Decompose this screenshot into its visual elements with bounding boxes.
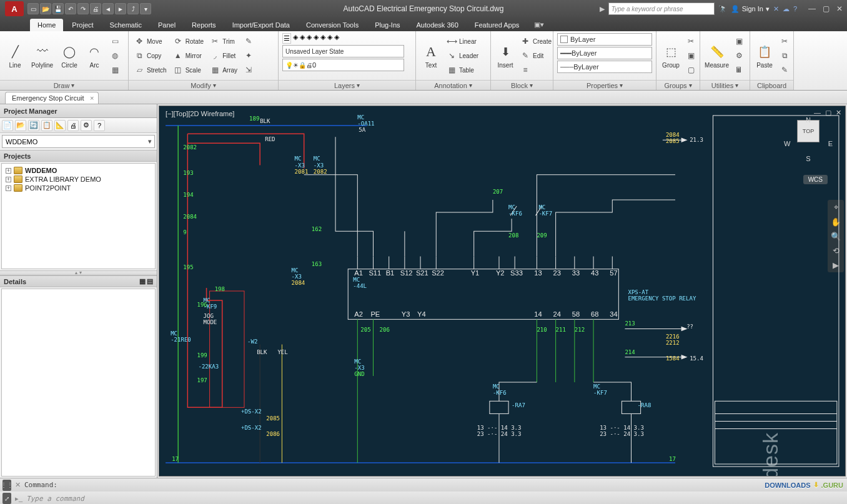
text-button[interactable]: AText [420,42,442,70]
cmd-grip-icon[interactable]: ⤢ [2,493,11,504]
lineweight-dropdown[interactable]: ━━━ ByLayer [557,47,652,59]
minimize-button[interactable]: — [806,4,818,14]
tab-import-export[interactable]: Import/Export Data [225,19,297,31]
select-all-button[interactable]: ▣ [732,34,746,48]
pm-details-header[interactable]: Details▦▤ [0,275,157,287]
group-button[interactable]: ⬚Group [660,42,681,70]
edit-block-button[interactable]: ✎Edit [518,49,553,62]
maximize-button[interactable]: ▢ [820,4,832,14]
open-icon[interactable]: 📂 [40,3,51,14]
binoculars-icon[interactable]: 🔭 [718,5,727,13]
cmd-recent-icon[interactable]: ▸_ [15,495,22,503]
cut-button[interactable]: ✂ [778,34,791,48]
scale-button[interactable]: ◫Scale [171,63,206,77]
details-view1-icon[interactable]: ▦ [139,277,146,285]
copy-clip-button[interactable]: ⧉ [778,49,791,62]
tab-conversion[interactable]: Conversion Tools [299,19,366,31]
layer-icon[interactable]: ◈ [314,33,319,44]
panel-block-label[interactable]: Block ▾ [491,80,553,90]
erase-button[interactable]: ✎ [242,34,255,48]
document-tab[interactable]: Emergency Stop Circuit [5,92,99,104]
qat-dropdown-icon[interactable]: ▾ [140,3,151,14]
ungroup-button[interactable]: ✂ [684,34,698,48]
ellipse-button[interactable]: ◍ [108,49,122,62]
paste-button[interactable]: 📋Paste [754,42,775,70]
pm-project-combo[interactable]: WDDEMO [2,135,155,148]
cloud-icon[interactable]: ☁ [783,5,790,13]
save-icon[interactable]: 💾 [52,3,64,14]
pm-project-icon[interactable]: 📋 [41,120,52,131]
layer-icon[interactable]: ◈ [300,33,305,44]
help-icon[interactable]: ? [793,5,797,12]
tree-item[interactable]: +WDDEMO [4,166,152,175]
new-icon[interactable]: ▭ [27,3,39,14]
tab-schematic[interactable]: Schematic [102,19,149,31]
explode-button[interactable]: ✦ [242,49,255,62]
tree-item[interactable]: +POINT2POINT [4,184,152,192]
linetype-dropdown[interactable]: ─── ByLayer [557,61,652,73]
panel-utilities-label[interactable]: Utilities ▾ [700,80,750,90]
pm-publish-icon[interactable]: 🖨 [67,120,79,131]
line-button[interactable]: ╱Line [4,42,26,70]
panel-annotation-label[interactable]: Annotation ▾ [416,80,490,90]
layer-icon[interactable]: ◈ [320,33,325,44]
app-logo[interactable]: A [5,1,24,16]
measure-button[interactable]: 📏Measure [704,42,730,70]
calc-button[interactable]: 🖩 [732,63,746,77]
move-button[interactable]: ✥Move [132,34,169,48]
create-block-button[interactable]: ✚Create [518,34,553,48]
tab-reports[interactable]: Reports [184,19,224,31]
block-attr-button[interactable]: ≡ [518,63,553,77]
next-icon[interactable]: ► [115,3,126,14]
quick-select-button[interactable]: ⚙ [732,49,746,62]
group-bb-button[interactable]: ▢ [684,63,698,77]
close-button[interactable]: ✕ [833,4,846,14]
match-button[interactable]: ✎ [778,63,791,77]
rotate-button[interactable]: ⟳Rotate [171,34,206,48]
linear-dim-button[interactable]: ⟷Linear [445,34,480,48]
layer-icon[interactable]: ◈ [327,33,332,44]
tab-featured-apps[interactable]: Featured Apps [467,19,527,31]
pm-refresh-icon[interactable]: 🔄 [28,120,39,131]
table-button[interactable]: ▦Table [445,63,480,77]
panel-modify-label[interactable]: Modify ▾ [129,80,278,90]
panel-draw-label[interactable]: Draw ▾ [0,80,128,90]
pm-tree[interactable]: +WDDEMO +EXTRA LIBRARY DEMO +POINT2POINT [1,163,156,269]
pm-drawing-icon[interactable]: 📐 [54,120,66,131]
panel-properties-label[interactable]: Properties ▾ [553,80,656,90]
rectangle-button[interactable]: ▭ [108,34,122,48]
undo-icon[interactable]: ↶ [65,3,76,14]
offset-button[interactable]: ⇲ [242,63,255,77]
copy-button[interactable]: ⧉Copy [132,49,169,62]
fillet-button[interactable]: ◞Fillet [208,49,239,62]
details-view2-icon[interactable]: ▤ [147,277,153,285]
tab-a360[interactable]: Autodesk 360 [409,19,466,31]
stretch-button[interactable]: ▱Stretch [132,63,169,77]
color-dropdown[interactable]: ByLayer [557,33,652,46]
cmd-close-icon[interactable]: ✕ [15,481,21,489]
search-play-icon[interactable]: ▶ [600,5,605,13]
leader-button[interactable]: ↘Leader [445,49,480,62]
layer-icon[interactable]: ◈ [293,33,298,44]
signin-button[interactable]: 👤 Sign In ▾ [731,5,770,13]
hatch-button[interactable]: ▦ [108,63,122,77]
help-search-input[interactable]: Type a keyword or phrase [608,2,715,15]
pm-settings-icon[interactable]: ⚙ [81,120,92,131]
trim-button[interactable]: ✂Trim [208,34,239,48]
layer-icon[interactable]: ◈ [307,33,312,44]
arc-button[interactable]: ◠Arc [83,42,106,70]
pm-projects-header[interactable]: Projects [0,150,157,162]
ribbon-overflow-icon[interactable]: ▣▾ [528,18,550,31]
tab-home[interactable]: Home [30,19,63,31]
exchange-icon[interactable]: ✕ [773,5,779,13]
redo-icon[interactable]: ↷ [77,3,89,14]
current-layer-dropdown[interactable]: 💡☀🔒🖨 0 [282,59,404,71]
panel-groups-label[interactable]: Groups ▾ [656,80,700,90]
drawing-canvas[interactable]: [−][Top][2D Wireframe] — ▢ ✕ N W TOP E S… [159,106,846,477]
polyline-button[interactable]: 〰Polyline [29,42,56,70]
tree-item[interactable]: +EXTRA LIBRARY DEMO [4,175,152,184]
tab-plugins[interactable]: Plug-Ins [367,19,407,31]
group-edit-button[interactable]: ▣ [684,49,698,62]
command-input[interactable]: Type a command [26,495,845,503]
mirror-button[interactable]: ▲Mirror [171,49,206,62]
